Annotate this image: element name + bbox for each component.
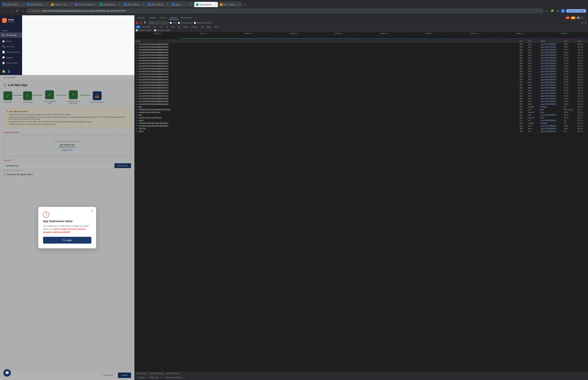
table-row[interactable]: </> b1cad7d0c057b465e8da8888cf00ebd2 200… [134, 73, 588, 76]
table-row[interactable]: </> 1047154 200 fetch _app-678d782f00b29… [134, 127, 588, 130]
bell-icon[interactable]: 🔔 [2, 70, 5, 73]
table-row[interactable]: </> upload-success.3cee072a.svg 200 svg+… [134, 116, 588, 119]
blocked-requests-checkbox[interactable]: Blocked requests [136, 29, 152, 31]
table-row[interactable]: </> b1cad7d0c057b465e8da8888cf00ebd2 200… [134, 51, 588, 54]
table-row[interactable]: </> ff3b29a1d67f1a2e03dcb93fb316927d.png… [134, 108, 588, 111]
table-row[interactable]: </> 46750e04-d54f-496d-a33b-80a283dc4...… [134, 122, 588, 125]
back-nav-button[interactable]: ← [2, 8, 7, 13]
table-row[interactable]: </> ingest 400 xhr _app-678d782f00b29 0 … [134, 130, 588, 133]
sidebar-item-developer-page[interactable]: 📄Developer Page [0, 49, 22, 55]
bottom-tab-what's-new[interactable]: What's new× [147, 375, 164, 380]
tab-close-button[interactable]: × [46, 3, 47, 6]
address-bar[interactable]: ⚠ Not Secure https://indus-developerdash… [26, 8, 543, 13]
devtools-more-tabs[interactable]: » [194, 16, 198, 20]
table-row[interactable]: </> b1cad7d0c057b465e8da8888cf00ebd2 200… [134, 70, 588, 73]
browser-tab-tab2[interactable]: [APD-2971] [B...× [25, 2, 49, 7]
table-row[interactable]: </> sandbox-load.1a1e6e3a.svg 200 svg+xm… [134, 111, 588, 114]
filter-type-img[interactable]: Img [176, 25, 182, 28]
table-row[interactable]: </> b1cad7d0c057b465e8da8888cf00ebd2 200… [134, 43, 588, 46]
browser-tab-tab10[interactable]: java - A failure...× [218, 2, 242, 7]
table-row[interactable]: </> b1cad7d0c057b465e8da8888cf00ebd2 200… [134, 87, 588, 89]
tab-close-button[interactable]: × [239, 3, 240, 6]
bottom-tab-network-conditions[interactable]: Network conditions× [164, 375, 187, 380]
filter-type-css[interactable]: CSS [158, 25, 165, 28]
table-row[interactable]: </> b1cad7d0c057b465e8da8888cf00ebd2 200… [134, 78, 588, 81]
browser-tab-tab1[interactable]: [APD-2979] D...× [1, 2, 25, 7]
sidebar-item-dev-tools[interactable]: 🔧Dev Tools [0, 44, 22, 49]
browser-tab-tab4[interactable]: PhonePe | Ad M...× [73, 2, 98, 7]
table-row[interactable]: </> 46750e04-d54f-496d-a33b-80a283dc4...… [134, 125, 588, 127]
devtools-tab-network[interactable]: Network [169, 16, 179, 20]
bookmark-button[interactable]: ☆ [545, 9, 549, 13]
tab-close-button[interactable]: × [119, 3, 120, 6]
download-button[interactable]: ⬇ [556, 9, 560, 13]
new-tab-button[interactable]: + [243, 2, 247, 7]
devtools-tab-elements[interactable]: Elements [136, 16, 147, 20]
table-row[interactable]: </> aab 204 preflight Preflight ℹ 0 B 19… [134, 106, 588, 108]
browser-tab-tab7[interactable]: [APC-240] Up...× [146, 2, 170, 7]
filter-type-wasm[interactable]: Wasm [205, 25, 213, 28]
profile-avatar[interactable]: G [561, 9, 565, 13]
import-icon[interactable]: ⬆ [581, 21, 583, 24]
table-row[interactable]: </> b1cad7d0c057b465e8da8888cf00ebd2 200… [134, 89, 588, 92]
forward-nav-button[interactable]: → [8, 8, 14, 13]
table-row[interactable]: </> b1cad7d0c057b465e8da8888cf00ebd2 200… [134, 81, 588, 84]
table-row[interactable]: </> b1cad7d0c057b465e8da8888cf00ebd2 200… [134, 100, 588, 103]
modal-overlay[interactable]: ✕ ! App Submission failed The submission… [0, 75, 134, 380]
filter-type-js[interactable]: JS [165, 25, 170, 28]
clear-network-button[interactable]: 🚫 [139, 21, 142, 24]
table-row[interactable]: </> b1cad7d0c057b465e8da8888cf00ebd2 200… [134, 48, 588, 51]
table-row[interactable]: </> b1cad7d0c057b465e8da8888cf00ebd2 200… [134, 57, 588, 59]
chat-button[interactable]: 💬 [3, 369, 11, 377]
sidebar-item-policy-center[interactable]: 📋Policy Center [0, 60, 22, 66]
hide-data-urls-checkbox[interactable]: Hide data URLs [178, 22, 193, 24]
network-filter-input[interactable] [148, 21, 169, 24]
browser-tab-tab9[interactable]: Indus Appstore× [194, 2, 218, 7]
table-row[interactable]: </> b1cad7d0c057b465e8da8888cf00ebd2 200… [134, 92, 588, 95]
browser-tab-tab8[interactable]: Ep0cH× [170, 2, 194, 7]
browser-tab-tab6[interactable]: [APD-3196] [H...× [122, 2, 146, 7]
export-icon[interactable]: ⬇ [585, 21, 587, 24]
record-button[interactable] [136, 22, 138, 24]
tab-close-button[interactable]: × [190, 3, 192, 6]
tab-close-button[interactable]: × [22, 3, 23, 6]
filter-type-all[interactable]: All [136, 25, 140, 28]
table-row[interactable]: </> b1cad7d0c057b465e8da8888cf00ebd2 200… [134, 62, 588, 65]
settings-icon[interactable]: ⚙ [581, 17, 583, 19]
filter-type-other[interactable]: Other [213, 25, 220, 28]
table-row[interactable]: </> b1cad7d0c057b465e8da8888cf00ebd2 200… [134, 59, 588, 62]
modal-close-button[interactable]: ✕ [90, 209, 94, 213]
table-row[interactable]: </> ingest CO... xhr _app-678d782f00b29 … [134, 119, 588, 122]
table-row[interactable]: </> b1cad7d0c057b465e8da8888cf00ebd2 200… [134, 84, 588, 87]
more-icon[interactable]: ⋮ [584, 17, 587, 19]
extensions-button[interactable]: 🧩 [550, 9, 555, 13]
sidebar-item-home[interactable]: 🏠Home [0, 38, 22, 44]
table-row[interactable]: </> b1cad7d0c057b465e8da8888cf00ebd2 200… [134, 76, 588, 78]
table-row[interactable]: </> b1cad7d0c057b465e8da8888cf00ebd2 200… [134, 68, 588, 70]
table-row[interactable]: </> b1cad7d0c057b465e8da8888cf00ebd2 200… [134, 97, 588, 100]
user-icon[interactable]: 👤 [7, 70, 11, 73]
try-again-button[interactable]: Try again [43, 237, 91, 244]
devtools-tab-console[interactable]: Console [147, 16, 158, 20]
bottom-tab-close[interactable]: × [160, 376, 162, 379]
filter-type-media[interactable]: Media [182, 25, 190, 28]
devtools-tab-performance[interactable]: Performance [179, 16, 193, 20]
tab-close-button[interactable]: × [167, 3, 168, 6]
table-row[interactable]: </> b1cad7d0c057b465e8da8888cf00ebd2 200… [134, 103, 588, 106]
table-row[interactable]: </> aab 200 fetch _app-678d782f00b29 585… [134, 114, 588, 116]
tab-close-button[interactable]: × [214, 3, 216, 6]
relaunch-button[interactable]: Relaunch to update [566, 9, 586, 13]
table-row[interactable]: </> b1cad7d0c057b465e8da8888cf00ebd2 200… [134, 46, 588, 48]
hide-extension-urls-checkbox[interactable]: Hide extension URLs [194, 22, 212, 24]
sidebar-item-list-new-app[interactable]: ☰ List New App [0, 32, 22, 38]
browser-tab-tab3[interactable]: Pipeline · andr...× [49, 2, 73, 7]
devtools-tab-sources[interactable]: Sources [158, 16, 168, 20]
table-row[interactable]: </> b1cad7d0c057b465e8da8888cf00ebd2 200… [134, 54, 588, 57]
filter-type-ws[interactable]: WS [199, 25, 205, 28]
filter-icon[interactable]: 🔍 [144, 21, 147, 24]
tab-close-button[interactable]: × [70, 3, 71, 6]
filter-type-manifest[interactable]: Manifest [190, 25, 199, 28]
filter-type-doc[interactable]: Doc [152, 25, 158, 28]
table-row[interactable]: </> b1cad7d0c057b465e8da8888cf00ebd2 200… [134, 65, 588, 68]
tab-close-button[interactable]: × [143, 3, 144, 6]
